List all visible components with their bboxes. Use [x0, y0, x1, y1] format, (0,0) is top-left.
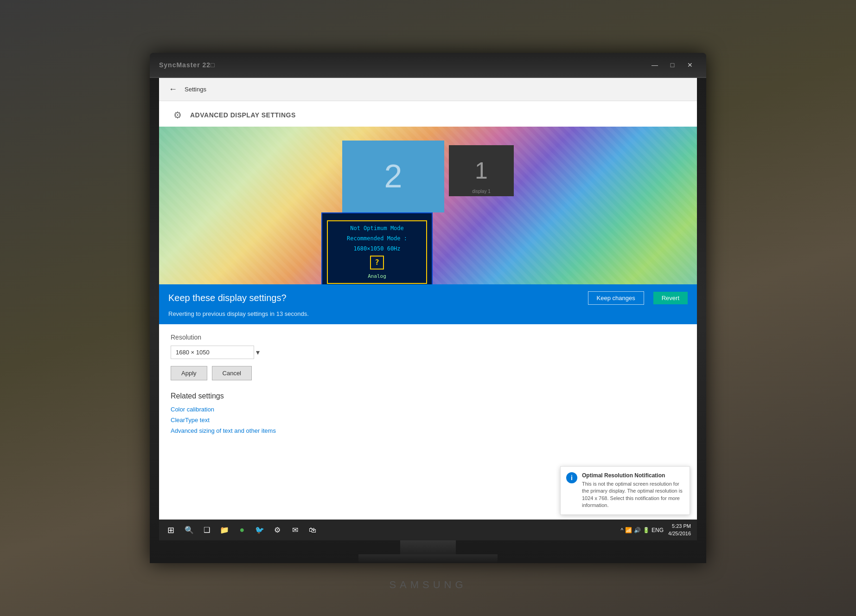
tray-battery-icon[interactable]: 🔋: [643, 527, 650, 533]
close-button[interactable]: ✕: [683, 60, 697, 70]
taskbar-store-icon[interactable]: 🛍: [304, 522, 321, 539]
color-calibration-link[interactable]: Color calibration: [171, 406, 685, 413]
taskbar-mail-icon[interactable]: ✉: [287, 522, 303, 539]
taskbar-chrome-icon[interactable]: ●: [234, 522, 250, 539]
advanced-sizing-link[interactable]: Advanced sizing of text and other items: [171, 427, 685, 434]
notification-content: Optimal Resolution Notification This is …: [582, 472, 684, 509]
monitor-thumbnail-1[interactable]: 1 display 1: [449, 145, 514, 196]
taskbar-clock[interactable]: 5:23 PM 4/25/2016: [664, 523, 695, 537]
osd-line3: 1680×1050 60Hz: [353, 245, 400, 252]
monitor-thumbnail-2[interactable]: 2: [342, 141, 444, 212]
monitor-title-bar: SyncMaster 22□: [159, 61, 648, 69]
monitor-screen: ← Settings ⚙ ADVANCED DISPLAY SETTINGS: [159, 78, 697, 541]
related-settings-title: Related settings: [171, 392, 685, 400]
monitor-brand: SyncMaster 22□: [159, 61, 215, 69]
apply-button[interactable]: Apply: [171, 366, 207, 380]
optimal-resolution-notification[interactable]: i Optimal Resolution Notification This i…: [560, 466, 690, 515]
monitor-shell: SyncMaster 22□ — □ ✕ ← Settings ⚙: [150, 53, 706, 563]
osd-line1: Not Optimum Mode: [350, 225, 404, 231]
taskbar-tray: ^ 📶 🔊 🔋 ENG: [620, 527, 664, 533]
settings-content: ⚙ ADVANCED DISPLAY SETTINGS 2 1 display …: [159, 101, 697, 541]
notification-icon: i: [566, 472, 577, 483]
action-buttons: Apply Cancel: [171, 366, 685, 380]
keep-settings-title: Keep these display settings?: [168, 293, 579, 303]
monitor-2-number: 2: [384, 158, 402, 195]
advanced-sizing-label: Advanced sizing of text and other items: [171, 427, 276, 434]
revert-label: Revert: [662, 295, 679, 302]
tray-network-icon[interactable]: 📶: [625, 527, 632, 533]
keep-changes-button[interactable]: Keep changes: [588, 291, 644, 305]
monitor-stand: [400, 540, 456, 554]
taskbar: ⊞ 🔍 ❑ 📁 ● 🐦 ⚙ ✉ 🛍 ^ 📶 🔊 🔋 ENG: [159, 520, 697, 540]
tray-volume-icon[interactable]: 🔊: [634, 527, 641, 533]
resolution-row: 1680 × 1050 1920 × 1080 1280 × 1024 1024…: [171, 346, 685, 359]
notification-title: Optimal Resolution Notification: [582, 472, 684, 479]
taskbar-search-icon[interactable]: 🔍: [181, 522, 198, 539]
monitor-bezel: SyncMaster 22□ — □ ✕: [150, 53, 706, 78]
osd-popup: Not Optimum Mode Recommended Mode : 1680…: [321, 212, 433, 284]
samsung-brand-label: SAMSUNG: [389, 579, 466, 591]
osd-analog-label: Analog: [368, 273, 386, 279]
advanced-display-title: ADVANCED DISPLAY SETTINGS: [190, 111, 296, 119]
window-controls: — □ ✕: [648, 60, 697, 70]
cleartype-text-link[interactable]: ClearType text: [171, 417, 685, 424]
osd-inner-box: Not Optimum Mode Recommended Mode : 1680…: [327, 220, 427, 284]
osd-question-mark: ?: [375, 258, 379, 267]
osd-question-box: ?: [370, 256, 384, 270]
back-button[interactable]: ←: [166, 82, 180, 96]
monitor-1-label: display 1: [472, 189, 490, 194]
cleartype-label: ClearType text: [171, 417, 210, 424]
taskbar-time-text: 5:23 PM: [668, 523, 691, 530]
settings-window: ← Settings ⚙ ADVANCED DISPLAY SETTINGS: [159, 78, 697, 541]
keep-changes-label: Keep changes: [597, 295, 635, 302]
back-arrow-icon: ←: [169, 84, 177, 94]
tray-lang[interactable]: ENG: [652, 527, 664, 533]
cancel-button[interactable]: Cancel: [212, 366, 252, 380]
taskbar-settings-icon[interactable]: ⚙: [269, 522, 286, 539]
osd-line2: Recommended Mode :: [347, 235, 407, 242]
settings-page-title: Settings: [185, 86, 206, 93]
info-icon: i: [571, 474, 573, 481]
monitor-base: [358, 554, 498, 563]
start-button[interactable]: ⊞: [161, 521, 180, 539]
display-preview-area: 2 1 display 1 Not Optimum Mode Recommend…: [159, 127, 697, 284]
minimize-button[interactable]: —: [648, 60, 662, 70]
keep-settings-bar: Keep these display settings? Keep change…: [159, 284, 697, 324]
tray-chevron[interactable]: ^: [620, 527, 623, 533]
settings-header: ← Settings: [159, 78, 697, 101]
taskbar-task-view-icon[interactable]: ❑: [198, 522, 215, 539]
keep-settings-subtitle: Reverting to previous display settings i…: [168, 310, 688, 317]
color-calibration-label: Color calibration: [171, 406, 214, 413]
resolution-select-wrapper: 1680 × 1050 1920 × 1080 1280 × 1024 1024…: [171, 346, 263, 359]
monitor-thumbnails: 2 1 display 1: [342, 141, 514, 212]
resolution-select[interactable]: 1680 × 1050 1920 × 1080 1280 × 1024 1024…: [171, 346, 254, 359]
monitor-1-number: 1: [475, 157, 488, 184]
gear-icon: ⚙: [171, 108, 185, 122]
taskbar-date-text: 4/25/2016: [668, 530, 691, 537]
taskbar-file-explorer-icon[interactable]: 📁: [216, 522, 233, 539]
revert-button[interactable]: Revert: [653, 292, 688, 304]
taskbar-icon-3[interactable]: 🐦: [251, 522, 268, 539]
advanced-display-header: ⚙ ADVANCED DISPLAY SETTINGS: [159, 101, 697, 127]
resolution-section-title: Resolution: [171, 334, 685, 341]
restore-button[interactable]: □: [665, 60, 679, 70]
notification-text: This is not the optimal screen resolutio…: [582, 481, 684, 509]
